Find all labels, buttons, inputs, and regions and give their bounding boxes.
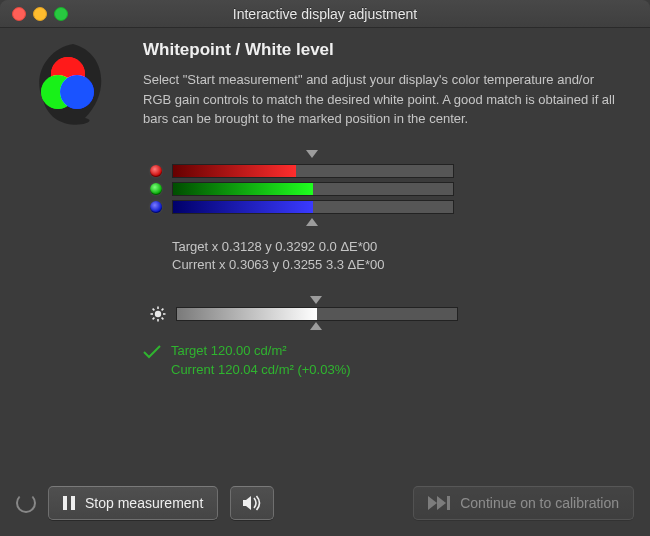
bar-row-blue (150, 200, 625, 214)
marker-top-icon (306, 150, 318, 158)
whitepoint-readings: Target x 0.3128 y 0.3292 0.0 ΔE*00 Curre… (172, 238, 625, 274)
sound-button[interactable] (230, 486, 274, 520)
green-led-icon (150, 183, 162, 195)
svg-line-15 (153, 318, 155, 320)
page-title: Whitepoint / White level (143, 40, 625, 60)
marker-bottom-icon (306, 218, 318, 226)
svg-line-13 (162, 318, 164, 320)
rgb-bars (150, 150, 625, 228)
red-led-icon (150, 165, 162, 177)
bar-row-red (150, 164, 625, 178)
window-title: Interactive display adjustment (0, 6, 650, 22)
brightness-section (150, 296, 625, 332)
brightness-gauge (176, 307, 458, 321)
continue-calibration-label: Continue on to calibration (460, 495, 619, 511)
titlebar: Interactive display adjustment (0, 0, 650, 28)
luminance-status: Target 120.00 cd/m² Current 120.04 cd/m²… (143, 342, 625, 380)
fast-forward-icon (428, 496, 450, 510)
svg-rect-18 (447, 496, 450, 510)
stop-measurement-label: Stop measurement (85, 495, 203, 511)
bar-row-green (150, 182, 625, 196)
checkmark-icon (143, 345, 159, 357)
whitepoint-current: Current x 0.3063 y 0.3255 3.3 ΔE*00 (172, 256, 625, 274)
whitepoint-target: Target x 0.3128 y 0.3292 0.0 ΔE*00 (172, 238, 625, 256)
svg-point-6 (60, 75, 94, 109)
rgb-venn-icon (25, 40, 121, 136)
bright-marker-top-icon (310, 296, 322, 304)
luminance-current: Current 120.04 cd/m² (+0.03%) (171, 361, 351, 380)
continue-calibration-button[interactable]: Continue on to calibration (413, 486, 634, 520)
svg-line-12 (153, 309, 155, 311)
svg-line-14 (162, 309, 164, 311)
page-description: Select "Start measurement" and adjust yo… (143, 70, 625, 129)
green-gauge (172, 182, 454, 196)
brightness-icon (150, 306, 166, 322)
blue-led-icon (150, 201, 162, 213)
red-gauge (172, 164, 454, 178)
spinner-icon (16, 493, 36, 513)
svg-rect-16 (63, 496, 67, 510)
stop-measurement-button[interactable]: Stop measurement (48, 486, 218, 520)
footer: Stop measurement Continue on to calibrat… (0, 476, 650, 536)
luminance-target: Target 120.00 cd/m² (171, 342, 351, 361)
svg-point-7 (155, 311, 161, 317)
blue-gauge (172, 200, 454, 214)
pause-icon (63, 496, 75, 510)
bright-marker-bottom-icon (310, 322, 322, 330)
svg-rect-17 (71, 496, 75, 510)
speaker-icon (243, 495, 261, 511)
